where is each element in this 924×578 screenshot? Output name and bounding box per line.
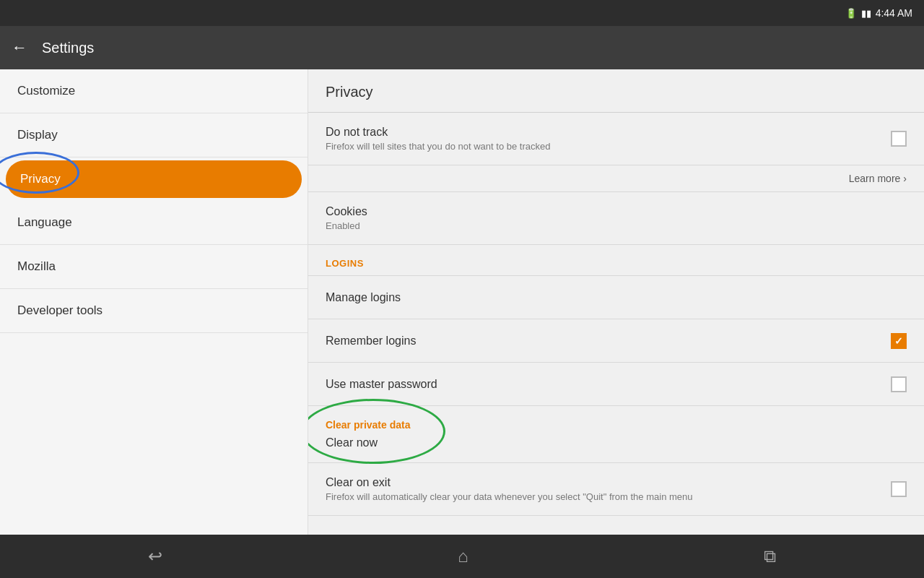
manage-logins-label: Manage logins [326,291,907,304]
logins-header-text: Logins [326,258,364,269]
sidebar-item-language[interactable]: Language [0,201,308,245]
remember-logins-row[interactable]: Remember logins [308,319,924,363]
home-nav-button[interactable]: ⌂ [435,540,492,572]
sidebar-item-display[interactable]: Display [0,113,308,158]
clear-on-exit-sublabel: Firefox will automatically clear your da… [326,491,891,502]
status-bar: 🔋 ▮▮ 4:44 AM [0,0,924,26]
use-master-password-label: Use master password [326,378,891,391]
sidebar-item-developer-tools[interactable]: Developer tools [0,289,308,333]
status-icons: 🔋 ▮▮ 4:44 AM [845,7,912,19]
learn-more-link[interactable]: Learn more › [849,173,907,184]
cookies-label: Cookies [326,205,907,218]
use-master-password-row[interactable]: Use master password [308,363,924,406]
manage-logins-row[interactable]: Manage logins [308,276,924,319]
cookies-sublabel: Enabled [326,220,907,231]
page-title: Settings [42,40,94,56]
signal-icon: ▮▮ [861,8,871,19]
sidebar-item-mozilla[interactable]: Mozilla [0,245,308,289]
battery-icon: 🔋 [845,8,857,19]
sidebar: Customize Display Privacy Language Mozil… [0,69,308,535]
remember-logins-checkbox[interactable] [891,333,907,349]
green-circle-annotation [308,399,445,464]
clear-now-label[interactable]: Clear now [326,436,378,449]
logins-header: Logins [308,245,924,276]
clear-on-exit-checkbox[interactable] [891,481,907,497]
sidebar-item-customize[interactable]: Customize [0,69,308,113]
remember-logins-label: Remember logins [326,335,891,348]
back-nav-button[interactable]: ↩ [125,540,186,572]
do-not-track-sublabel: Firefox will tell sites that you do not … [326,141,891,152]
main-content: Customize Display Privacy Language Mozil… [0,69,924,535]
clear-on-exit-row[interactable]: Clear on exit Firefox will automatically… [308,463,924,516]
content-area: Privacy Do not track Firefox will tell s… [308,69,924,535]
bottom-bar: ↩ ⌂ ⧉ [0,535,924,578]
back-button[interactable]: ← [12,38,27,57]
sidebar-item-privacy[interactable]: Privacy [6,160,302,198]
recent-nav-button[interactable]: ⧉ [741,540,799,572]
status-time: 4:44 AM [876,7,912,19]
top-bar: ← Settings [0,26,924,69]
cookies-row[interactable]: Cookies Enabled [308,192,924,245]
do-not-track-checkbox[interactable] [891,131,907,147]
do-not-track-row[interactable]: Do not track Firefox will tell sites tha… [308,113,924,165]
clear-private-data-header: Clear private data [326,419,411,431]
clear-on-exit-label: Clear on exit [326,476,891,489]
use-master-password-checkbox[interactable] [891,376,907,392]
do-not-track-label: Do not track [326,126,891,139]
clear-private-data-section[interactable]: Clear private data Clear now [308,406,924,463]
learn-more-row: Learn more › [308,165,924,192]
section-title: Privacy [308,69,924,113]
